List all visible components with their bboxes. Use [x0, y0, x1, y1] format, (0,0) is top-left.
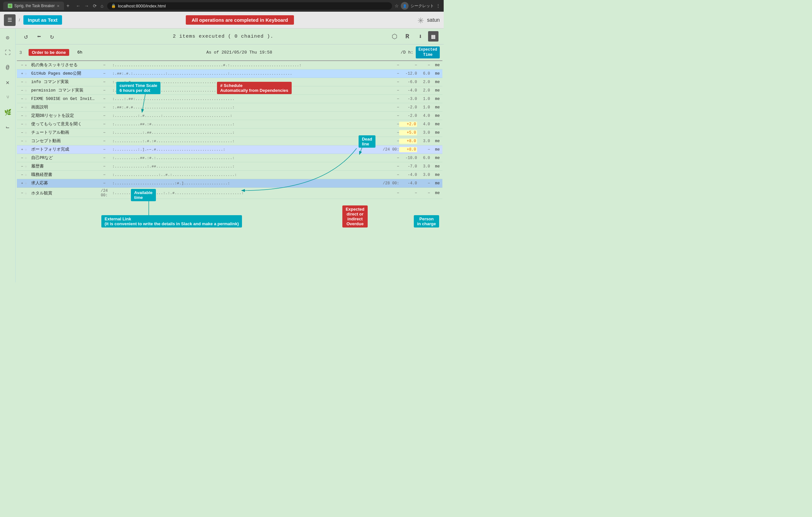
- row-expected: 3.0: [417, 130, 430, 135]
- row-expand-icon[interactable]: +: [20, 72, 25, 75]
- bookmark-icon[interactable]: ☆: [395, 3, 399, 8]
- sidebar-icon-hook[interactable]: ⌙: [2, 121, 13, 133]
- row-expand-icon[interactable]: +: [20, 181, 25, 185]
- row-star-icon[interactable]: ☆: [25, 96, 31, 101]
- task-row[interactable]: + ☆ 求人応募 − :..........................:#…: [17, 179, 442, 188]
- user-menu-button[interactable]: 👤: [401, 2, 409, 10]
- row-expand-icon[interactable]: −: [20, 105, 25, 110]
- row-deadline: −: [376, 97, 399, 101]
- row-expected: −: [417, 147, 430, 152]
- row-star-icon[interactable]: ★: [25, 63, 31, 67]
- task-row[interactable]: − ☆ ホタル観賞 /24 00: :..............:[.....…: [17, 188, 442, 199]
- r-icon[interactable]: R: [402, 31, 412, 41]
- task-row[interactable]: − ☆ 画面説明 − :.##:.#.#....................…: [17, 103, 442, 112]
- row-time: −: [96, 88, 112, 93]
- task-row[interactable]: − ☆ 使ってもらって意見を聞く − :...........##.:#....…: [17, 120, 442, 128]
- task-row[interactable]: − ☆ 定期DBリセットを設定 − :..........:.#.......:…: [17, 112, 442, 120]
- row-title: 使ってもらって意見を聞く: [31, 121, 96, 127]
- row-star-icon[interactable]: ☆: [25, 147, 31, 152]
- row-expand-icon[interactable]: −: [20, 114, 25, 118]
- row-expand-icon[interactable]: −: [20, 63, 25, 67]
- row-star-icon[interactable]: ☆: [25, 139, 31, 144]
- row-deadline: −: [376, 88, 399, 93]
- deadline-tooltip: Dead line: [358, 135, 375, 148]
- row-expected: −: [417, 181, 430, 186]
- row-title: 職務経歴書: [31, 172, 96, 178]
- row-star-icon[interactable]: ☆: [25, 88, 31, 93]
- row-person: me: [430, 191, 440, 195]
- task-row[interactable]: − ☆ チュートリアル動画 − :............:.##.......…: [17, 128, 442, 137]
- row-person: me: [430, 105, 440, 110]
- row-expand-icon[interactable]: −: [20, 80, 25, 84]
- menu-button[interactable]: ☰: [4, 14, 16, 26]
- more-options-icon[interactable]: ⋮: [436, 3, 440, 8]
- row-deadline: −: [376, 114, 399, 118]
- row-time: −: [96, 71, 112, 76]
- row-deadline: /24 00:: [376, 147, 399, 152]
- row-star-icon[interactable]: ☆: [25, 172, 31, 177]
- sidebar-icon-filter[interactable]: ⛶: [2, 47, 13, 58]
- row-title: 履歴書: [31, 163, 96, 169]
- back-button[interactable]: ←: [75, 3, 82, 9]
- row-expand-icon[interactable]: −: [20, 164, 25, 169]
- task-row[interactable]: − ☆ FIXME 500ISE on Get Invita… − :....:…: [17, 95, 442, 103]
- cube-icon[interactable]: ⬡: [389, 31, 400, 41]
- task-row[interactable]: − ☆ 履歴書 − :..............:.##...........…: [17, 162, 442, 171]
- row-star-icon[interactable]: ☆: [25, 191, 31, 196]
- refresh-button[interactable]: ⟳: [92, 3, 98, 9]
- row-expand-icon[interactable]: −: [20, 122, 25, 126]
- task-row[interactable]: + ☆ GitHub Pages demo公開 − :.##:.#.:.....…: [17, 69, 442, 78]
- redo-button[interactable]: ↻: [47, 31, 57, 41]
- row-star-icon[interactable]: ☆: [25, 105, 31, 110]
- browser-tab[interactable]: 🌿 Sprig, the Task Breaker ✕: [3, 2, 64, 10]
- task-row[interactable]: − ☆ 自己PRなど − :...........##.:#.:........…: [17, 154, 442, 162]
- sidebar-icon-branch[interactable]: ⑂: [2, 92, 13, 103]
- row-expand-icon[interactable]: −: [20, 156, 25, 160]
- row-star-icon[interactable]: ☆: [25, 155, 31, 160]
- input-as-text-button[interactable]: Input as Text: [23, 15, 62, 25]
- row-star-icon[interactable]: ☆: [25, 113, 31, 118]
- forward-button[interactable]: →: [83, 3, 90, 9]
- row-expand-icon[interactable]: −: [20, 191, 25, 195]
- row-star-icon[interactable]: ☆: [25, 71, 31, 76]
- row-star-icon[interactable]: ☆: [25, 122, 31, 127]
- task-row[interactable]: − ☆ コンセプト動画 − :............:.#.:#.......…: [17, 137, 442, 145]
- row-schedule: :..........:.#.......:..................…: [112, 114, 376, 118]
- row-expand-icon[interactable]: −: [20, 173, 25, 177]
- row-star-icon[interactable]: ☆: [25, 130, 31, 135]
- new-tab-button[interactable]: +: [66, 3, 69, 9]
- tab-close-icon[interactable]: ✕: [57, 4, 59, 8]
- row-overdue: -12.0: [399, 71, 417, 76]
- row-star-icon[interactable]: ☆: [25, 164, 31, 169]
- row-expand-icon[interactable]: −: [20, 97, 25, 101]
- address-bar[interactable]: 🔒 localhost:8000/index.html: [107, 2, 392, 10]
- as-of-text: As of 2021/05/20 Thu 19:58: [88, 50, 391, 55]
- row-schedule: :..............:.##.....................…: [112, 164, 376, 169]
- sidebar-icon-circle[interactable]: ⊙: [2, 32, 13, 43]
- task-row[interactable]: − ☆ 職務経歴書 − :...................:..#.:..…: [17, 171, 442, 179]
- row-person: me: [430, 147, 440, 152]
- row-expand-icon[interactable]: +: [20, 148, 25, 152]
- home-button[interactable]: ⌂: [99, 3, 105, 9]
- row-overdue: -4.0: [399, 181, 417, 186]
- row-expand-icon[interactable]: −: [20, 131, 25, 135]
- sidebar-icon-spiral[interactable]: @: [2, 62, 13, 73]
- arrow-down-icon[interactable]: ⬇: [415, 31, 426, 41]
- row-expand-icon[interactable]: −: [20, 139, 25, 143]
- grid-icon[interactable]: ▦: [428, 31, 438, 41]
- row-title: 求人応募: [31, 180, 96, 186]
- row-person: me: [430, 122, 440, 127]
- task-row[interactable]: + ☆ ポートフォリオ完成 − :..........:.].←−.#.....…: [17, 145, 442, 154]
- row-star-icon[interactable]: ☆: [25, 181, 31, 186]
- row-deadline: −: [376, 71, 399, 76]
- row-person: me: [430, 181, 440, 186]
- user-label[interactable]: シークレット: [410, 3, 434, 9]
- undo-button[interactable]: ↺: [21, 31, 31, 41]
- task-row[interactable]: − ★ 机の角をスッキリさせる − :.....................…: [17, 61, 442, 69]
- back-action-button[interactable]: ⬅: [34, 31, 44, 41]
- row-star-icon[interactable]: ☆: [25, 80, 31, 84]
- row-expand-icon[interactable]: −: [20, 89, 25, 92]
- sidebar-icon-x[interactable]: ✕: [2, 77, 13, 88]
- executed-text: 2 items executed ( 0 chained ).: [61, 34, 385, 39]
- sidebar-icon-leaf[interactable]: 🌿: [2, 107, 13, 118]
